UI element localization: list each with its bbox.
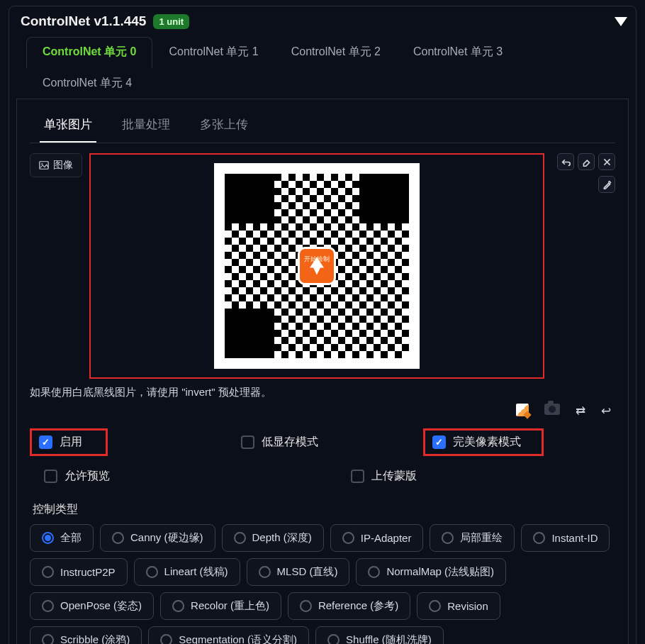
radio-icon: [234, 532, 246, 544]
ctrl-type-instructp2p[interactable]: InstructP2P: [30, 558, 128, 586]
lowvram-checkbox[interactable]: [241, 435, 254, 449]
ctrl-type-instant-id[interactable]: Instant-ID: [521, 524, 610, 552]
ctrl-type-label: Recolor (重上色): [191, 599, 269, 613]
panel-header: ControlNet v1.1.445 1 unit: [16, 11, 629, 36]
ctrl-type-ip-adapter[interactable]: IP-Adapter: [330, 524, 424, 552]
radio-icon: [172, 600, 184, 612]
pixel-perfect-checkbox[interactable]: [432, 435, 446, 449]
ctrl-type-lineart-[interactable]: Lineart (线稿): [134, 558, 240, 586]
allow-preview-check[interactable]: 允许预览: [37, 465, 117, 488]
allow-preview-checkbox[interactable]: [44, 470, 57, 483]
undo-button[interactable]: [557, 153, 574, 170]
allow-preview-label: 允许预览: [64, 469, 110, 484]
pixel-perfect-label: 完美像素模式: [453, 435, 521, 450]
ctrl-type-label: IP-Adapter: [361, 532, 412, 544]
radio-icon: [368, 566, 380, 578]
ctrl-type-label: Lineart (线稿): [164, 565, 228, 579]
ctrl-type--[interactable]: 全部: [30, 524, 94, 552]
radio-icon: [42, 532, 54, 544]
ctrl-type-segmentation-[interactable]: Segmentation (语义分割): [148, 626, 309, 644]
ctrl-type-label: Depth (深度): [252, 531, 312, 545]
qr-center-text: 开始绘制: [304, 255, 330, 264]
swap-dimensions-button[interactable]: ⇄: [576, 404, 585, 420]
invert-hint: 如果使用白底黑线图片，请使用 "invert" 预处理器。: [30, 386, 615, 399]
radio-icon: [42, 634, 54, 644]
lowvram-check[interactable]: 低显存模式: [234, 428, 325, 456]
ctrl-type-openpose-[interactable]: OpenPose (姿态): [30, 592, 154, 620]
unit-badge: 1 unit: [153, 14, 189, 29]
upload-mask-checkbox[interactable]: [351, 470, 364, 483]
image-preview-highlighted[interactable]: 开始绘制: [89, 153, 544, 379]
ctrl-type-label: InstructP2P: [60, 566, 116, 578]
image-chip[interactable]: 图像: [30, 153, 82, 177]
ctrl-type-label: Scribble (涂鸦): [60, 633, 130, 644]
ctrl-type-label: NormalMap (法线贴图): [386, 565, 494, 579]
radio-icon: [112, 532, 124, 544]
ctrl-type-label: 局部重绘: [460, 531, 503, 545]
radio-icon: [160, 634, 172, 644]
subtab-multi[interactable]: 多张上传: [196, 109, 252, 143]
panel-title: ControlNet v1.1.445: [21, 13, 146, 29]
close-button[interactable]: [598, 153, 615, 170]
option-row-2: 允许预览 上传蒙版: [30, 456, 615, 492]
pixel-perfect-check-highlighted[interactable]: 完美像素模式: [423, 428, 544, 456]
radio-icon: [42, 600, 54, 612]
edit-icon: [516, 404, 529, 416]
upload-mask-check[interactable]: 上传蒙版: [344, 465, 424, 488]
subtab-batch[interactable]: 批量处理: [118, 109, 174, 143]
image-chip-label: 图像: [53, 159, 73, 172]
ctrl-type-label: OpenPose (姿态): [60, 599, 142, 613]
ctrl-type-revision[interactable]: Revision: [417, 592, 500, 620]
ctrl-type-label: Reference (参考): [318, 599, 398, 613]
camera-icon: [544, 404, 560, 415]
svg-point-1: [41, 163, 43, 165]
radio-icon: [300, 600, 312, 612]
enable-check-highlighted[interactable]: 启用: [30, 428, 108, 456]
tab-unit-0[interactable]: ControlNet 单元 0: [26, 37, 152, 68]
tab-unit-4[interactable]: ControlNet 单元 4: [26, 68, 148, 99]
ctrl-type-shuffle-[interactable]: Shuffle (随机洗牌): [315, 626, 444, 644]
erase-button[interactable]: [578, 153, 595, 170]
radio-icon: [146, 566, 158, 578]
control-type-group: 全部Canny (硬边缘)Depth (深度)IP-Adapter局部重绘Ins…: [30, 524, 615, 644]
ctrl-type-canny-[interactable]: Canny (硬边缘): [100, 524, 215, 552]
eraser-icon: [582, 157, 591, 167]
ctrl-type-label: Shuffle (随机洗牌): [346, 633, 432, 644]
radio-icon: [429, 600, 441, 612]
collapse-caret-icon[interactable]: [615, 17, 627, 26]
ctrl-type-normalmap-[interactable]: NormalMap (法线贴图): [356, 558, 506, 586]
control-type-label: 控制类型: [33, 502, 615, 517]
pencil-icon: [602, 180, 612, 189]
subtab-single[interactable]: 单张图片: [40, 109, 96, 143]
image-toolbar: [551, 153, 615, 193]
ctrl-type-depth-[interactable]: Depth (深度): [222, 524, 324, 552]
option-row-1: 启用 低显存模式 完美像素模式: [30, 428, 615, 456]
ctrl-type-label: Instant-ID: [551, 532, 598, 544]
ctrl-type-scribble-[interactable]: Scribble (涂鸦): [30, 626, 142, 644]
radio-icon: [442, 532, 454, 544]
radio-icon: [327, 634, 340, 644]
unit-tabs: ControlNet 单元 0 ControlNet 单元 1 ControlN…: [16, 36, 629, 99]
ctrl-type-recolor-[interactable]: Recolor (重上色): [160, 592, 281, 620]
ctrl-type-label: MLSD (直线): [277, 565, 338, 579]
enable-checkbox[interactable]: [39, 435, 52, 449]
brush-button[interactable]: [598, 176, 615, 193]
tab-unit-2[interactable]: ControlNet 单元 2: [275, 37, 397, 68]
tab-unit-1[interactable]: ControlNet 单元 1: [152, 37, 274, 68]
webcam-button[interactable]: [544, 404, 560, 420]
ctrl-type-label: Segmentation (语义分割): [179, 633, 297, 644]
ctrl-type--[interactable]: 局部重绘: [430, 524, 515, 552]
upload-mask-label: 上传蒙版: [371, 469, 417, 484]
qr-image: 开始绘制: [214, 163, 420, 369]
ctrl-type-label: Canny (硬边缘): [130, 531, 203, 545]
action-icons-row: ⇄ ↩: [30, 399, 615, 420]
ctrl-type-mlsd-[interactable]: MLSD (直线): [247, 558, 350, 586]
controlnet-panel: ControlNet v1.1.445 1 unit ControlNet 单元…: [9, 6, 636, 644]
image-mode-tabs: 单张图片 批量处理 多张上传: [30, 109, 615, 143]
radio-icon: [42, 566, 54, 578]
ctrl-type-reference-[interactable]: Reference (参考): [288, 592, 410, 620]
new-canvas-button[interactable]: [516, 404, 529, 420]
tab-unit-3[interactable]: ControlNet 单元 3: [397, 37, 519, 68]
send-back-button[interactable]: ↩: [601, 404, 611, 420]
ctrl-type-label: Revision: [447, 600, 488, 612]
